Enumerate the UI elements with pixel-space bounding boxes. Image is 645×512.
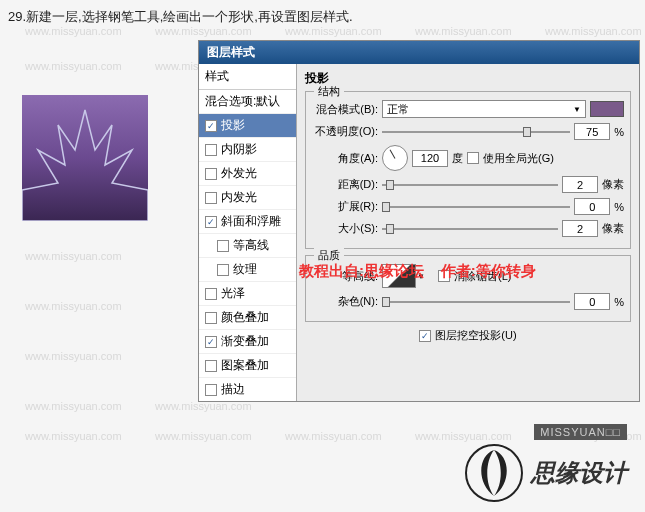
shape-preview-thumbnail [22,95,148,221]
sidebar-item-7[interactable]: 纹理 [199,258,296,282]
style-checkbox-9[interactable] [205,312,217,324]
sidebar-item-1[interactable]: 投影 [199,114,296,138]
watermark-text: www.missyuan.com [25,60,122,72]
blend-mode-select[interactable]: 正常 [382,100,586,118]
svg-marker-0 [22,110,148,221]
sidebar-header: 样式 [199,64,296,90]
structure-legend: 结构 [314,84,344,99]
distance-input[interactable] [562,176,598,193]
sidebar-item-label: 等高线 [233,237,269,254]
percent-unit: % [614,126,624,138]
style-sidebar: 样式 混合选项:默认投影内阴影外发光内发光斜面和浮雕等高线纹理光泽颜色叠加渐变叠… [199,64,297,401]
percent-unit-3: % [614,296,624,308]
spread-label: 扩展(R): [312,199,378,214]
style-checkbox-7[interactable] [217,264,229,276]
global-light-checkbox[interactable] [467,152,479,164]
size-label: 大小(S): [312,221,378,236]
angle-label: 角度(A): [312,151,378,166]
sidebar-item-3[interactable]: 外发光 [199,162,296,186]
global-light-label: 使用全局光(G) [483,151,554,166]
knockout-checkbox[interactable] [419,330,431,342]
watermark-text: www.missyuan.com [25,400,122,412]
sidebar-item-label: 内阴影 [221,141,257,158]
blend-mode-label: 混合模式(B): [312,102,378,117]
style-checkbox-2[interactable] [205,144,217,156]
watermark-text: www.missyuan.com [25,350,122,362]
noise-input[interactable] [574,293,610,310]
sidebar-item-label: 渐变叠加 [221,333,269,350]
distance-label: 距离(D): [312,177,378,192]
knockout-label: 图层挖空投影(U) [435,328,516,343]
sidebar-item-label: 混合选项:默认 [205,93,280,110]
style-checkbox-12[interactable] [205,384,217,396]
spread-input[interactable] [574,198,610,215]
sidebar-item-label: 投影 [221,117,245,134]
structure-fieldset: 结构 混合模式(B): 正常 不透明度(O): % 角度(A): 度 [305,91,631,249]
style-checkbox-3[interactable] [205,168,217,180]
tutorial-credit-overlay: 教程出自:思缘论坛 作者:等你转身 [299,262,536,281]
style-checkbox-4[interactable] [205,192,217,204]
sidebar-item-0[interactable]: 混合选项:默认 [199,90,296,114]
watermark-text: www.missyuan.com [415,25,512,37]
style-checkbox-5[interactable] [205,216,217,228]
watermark-text: www.missyuan.com [155,430,252,442]
distance-slider[interactable] [382,178,558,192]
sidebar-item-label: 描边 [221,381,245,398]
layer-style-dialog: 图层样式 样式 混合选项:默认投影内阴影外发光内发光斜面和浮雕等高线纹理光泽颜色… [198,40,640,402]
sidebar-item-4[interactable]: 内发光 [199,186,296,210]
sidebar-item-9[interactable]: 颜色叠加 [199,306,296,330]
svg-point-1 [466,445,522,501]
sidebar-item-label: 斜面和浮雕 [221,213,281,230]
size-input[interactable] [562,220,598,237]
dialog-titlebar: 图层样式 [199,41,639,64]
angle-dial[interactable] [382,145,408,171]
style-checkbox-8[interactable] [205,288,217,300]
watermark-text: www.missyuan.com [545,25,642,37]
sidebar-item-label: 纹理 [233,261,257,278]
opacity-label: 不透明度(O): [312,124,378,139]
shadow-color-swatch[interactable] [590,101,624,117]
px-unit-2: 像素 [602,221,624,236]
watermark-text: www.missyuan.com [25,250,122,262]
sidebar-item-2[interactable]: 内阴影 [199,138,296,162]
noise-label: 杂色(N): [312,294,378,309]
watermark-text: www.missyuan.com [25,300,122,312]
drop-shadow-panel: 投影 结构 混合模式(B): 正常 不透明度(O): % 角度(A): [297,64,639,401]
watermark-text: www.missyuan.com [25,25,122,37]
sidebar-item-8[interactable]: 光泽 [199,282,296,306]
sidebar-item-10[interactable]: 渐变叠加 [199,330,296,354]
instruction-text: 29.新建一层,选择钢笔工具,绘画出一个形状,再设置图层样式. [8,8,353,26]
noise-slider[interactable] [382,295,570,309]
opacity-slider[interactable] [382,125,570,139]
logo-swirl-icon [465,444,523,502]
sidebar-item-label: 外发光 [221,165,257,182]
opacity-input[interactable] [574,123,610,140]
watermark-text: www.missyuan.com [285,25,382,37]
style-checkbox-10[interactable] [205,336,217,348]
watermark-text: www.missyuan.com [285,430,382,442]
panel-title: 投影 [305,70,631,87]
px-unit: 像素 [602,177,624,192]
sidebar-item-label: 图案叠加 [221,357,269,374]
degree-unit: 度 [452,151,463,166]
quality-legend: 品质 [314,248,344,263]
watermark-text: www.missyuan.com [25,430,122,442]
style-checkbox-1[interactable] [205,120,217,132]
sidebar-item-11[interactable]: 图案叠加 [199,354,296,378]
style-checkbox-11[interactable] [205,360,217,372]
sidebar-item-label: 颜色叠加 [221,309,269,326]
sidebar-item-5[interactable]: 斜面和浮雕 [199,210,296,234]
sidebar-item-6[interactable]: 等高线 [199,234,296,258]
percent-unit-2: % [614,201,624,213]
sidebar-item-label: 光泽 [221,285,245,302]
watermark-text: www.missyuan.com [155,25,252,37]
sidebar-item-label: 内发光 [221,189,257,206]
angle-input[interactable] [412,150,448,167]
logo-area: 思缘设计 [465,444,627,502]
logo-text: 思缘设计 [531,457,627,489]
sidebar-item-12[interactable]: 描边 [199,378,296,401]
spread-slider[interactable] [382,200,570,214]
brand-bar: MISSYUAN□□ [534,424,627,440]
size-slider[interactable] [382,222,558,236]
style-checkbox-6[interactable] [217,240,229,252]
